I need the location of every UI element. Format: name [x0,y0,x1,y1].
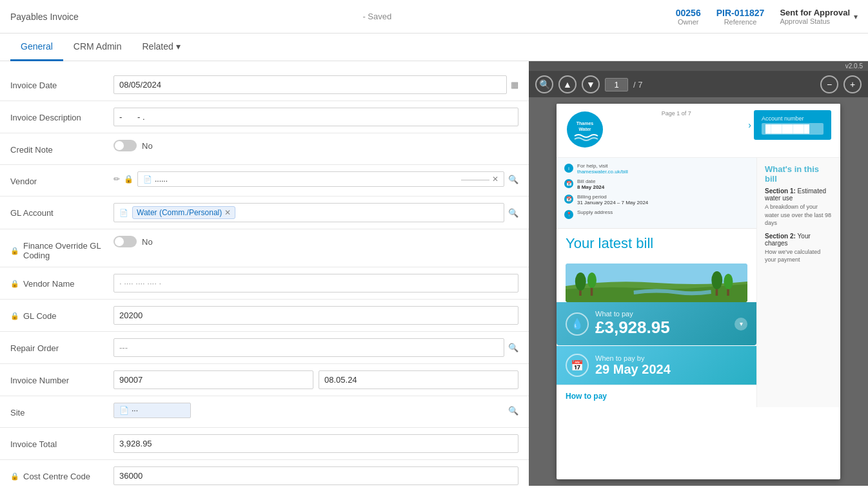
owner-item: 00256 Owner [676,8,701,26]
invoice-date-value[interactable]: 08/05/2024 [113,75,507,94]
gl-account-doc-icon: 📄 [119,209,128,217]
period-icon: 📆 [564,195,573,204]
finance-override-toggle-wrapper: No [113,236,153,247]
vendor-search-icon[interactable]: 🔍 [508,175,518,184]
calendar-icon[interactable]: ▦ [511,80,518,90]
owner-value[interactable]: 00256 [676,8,701,18]
svg-text:Thames: Thames [577,121,594,126]
bill-right-col: What's in this bill Section 1: Estimated… [757,158,840,276]
how-to-pay-label: How to pay [566,392,607,401]
tab-crm-admin[interactable]: CRM Admin [63,34,132,61]
gl-account-chip-remove[interactable]: ✕ [224,208,231,217]
site-wrapper: 📄 ··· 🔍 [113,403,518,418]
credit-note-toggle-label: No [142,141,153,151]
date-icon: 📅 [564,179,573,188]
repair-order-row: Repair Order --- 🔍 [0,334,529,361]
credit-note-row: Credit Note No [0,136,529,162]
pdf-toolbar-right: − + [820,75,862,93]
bill-body: i For help, visit thameswater.co.uk/bill… [557,158,840,407]
repair-order-wrapper: --- 🔍 [113,338,518,357]
bill-page-num: Page 1 of 7 [662,110,691,117]
whats-in-bill-title: What's in this bill [765,164,833,184]
tab-related[interactable]: Related ▾ [132,34,191,61]
vendor-clear-icon[interactable]: ✕ [492,175,498,184]
repair-order-search-icon[interactable]: 🔍 [508,343,518,352]
vendor-pencil-icon[interactable]: ✏ [113,175,120,184]
gl-code-value[interactable]: 20200 [113,306,518,325]
when-date: 29 May 2024 [595,362,671,377]
top-bar-right: 00256 Owner PIR-011827 Reference Sent fo… [676,8,858,26]
pdf-content: Thames Water Page 1 of 7 › [529,97,868,486]
account-nav-arrow[interactable]: › [748,120,751,130]
how-to-pay: How to pay [557,385,756,407]
bill-section2: Section 2: Your charges How we've calcul… [765,233,833,264]
vendor-name-row: 🔒 Vendor Name · ···· ···· ···· · [0,270,529,296]
bill-landscape-area [557,264,756,302]
finance-override-toggle[interactable] [113,236,137,247]
section2-title: Section 2: Your charges [765,233,833,247]
invoice-number-value1[interactable]: 90007 [113,370,313,389]
tab-related-label: Related [143,41,173,52]
invoice-description-label: Invoice Description [10,108,113,122]
bill-section1: Section 1: Estimated water use A breakdo… [765,187,833,227]
site-input[interactable]: 📄 ··· [113,403,191,418]
pdf-toolbar: 🔍 ▲ ▼ / 7 − + [529,72,868,97]
account-number-label: Account number [762,115,824,122]
owner-label: Owner [676,18,701,26]
invoice-number-wrapper: 90007 08.05.24 [113,370,518,389]
invoice-number-row: Invoice Number 90007 08.05.24 [0,367,529,393]
gl-account-chip: Water (Comm./Personal) ✕ [132,206,235,219]
approval-dropdown-icon[interactable]: ▾ [854,12,858,21]
repair-order-value[interactable]: --- [113,338,504,357]
pdf-next-button[interactable]: ▼ [582,75,600,93]
bill-right-panel: What's in this bill Section 1: Estimated… [756,158,840,407]
bill-page-info: Page 1 of 7 [662,110,691,119]
pdf-zoom-out-button[interactable]: − [820,75,838,93]
bill-when-section: 📅 When to pay by 29 May 2024 [557,346,756,385]
pay-text: What to pay £3,928.95 [595,310,670,338]
credit-note-toggle[interactable] [113,140,137,151]
nav-tabs: General CRM Admin Related ▾ [0,34,868,61]
gl-account-input[interactable]: 📄 Water (Comm./Personal) ✕ [113,203,504,222]
invoice-date-row: Invoice Date 08/05/2024 ▦ [0,72,529,98]
account-nav: › Account number ████████ [748,110,831,140]
pdf-page-input[interactable] [605,78,628,91]
vendor-input[interactable]: 📄 ...... ———— ✕ [137,171,504,187]
invoice-description-value[interactable]: - - . [113,108,518,126]
pdf-prev-button[interactable]: ▲ [558,75,577,93]
pdf-version: v2.0.5 [529,61,868,72]
approval-status-label: Approval Status [780,17,850,25]
supply-address-item: 📍 Supply address [564,209,749,219]
billing-period-value: 31 January 2024 – 7 May 2024 [577,200,648,206]
bill-landscape [566,264,747,302]
invoice-total-value[interactable]: 3,928.95 [113,434,518,453]
svg-point-7 [587,273,597,288]
cost-centre-lock: 🔒 [10,472,19,481]
gl-code-row: 🔒 GL Code 20200 [0,302,529,329]
invoice-number-label: Invoice Number [10,370,113,385]
bill-date-item: 📅 Bill date 8 May 2024 [564,178,749,190]
cost-centre-label: 🔒 Cost Centre Code [10,466,113,481]
pdf-page: Thames Water Page 1 of 7 › [557,104,840,479]
bill-header: Thames Water Page 1 of 7 › [557,104,840,158]
pdf-search-button[interactable]: 🔍 [535,75,553,93]
when-text: When to pay by 29 May 2024 [595,354,671,377]
gl-account-search-icon[interactable]: 🔍 [508,208,518,218]
invoice-date-wrapper: 08/05/2024 ▦ [113,75,518,94]
pdf-zoom-in-button[interactable]: + [843,75,862,93]
site-search-icon[interactable]: 🔍 [508,406,518,416]
cost-centre-value[interactable]: 36000 [113,466,518,485]
credit-note-toggle-wrapper: No [113,140,153,151]
svg-point-5 [575,273,586,291]
site-value: ··· [132,406,138,415]
bill-date-value: 8 May 2024 [577,184,604,190]
pay-chevron-down[interactable]: ▾ [735,318,747,331]
cost-centre-row: 🔒 Cost Centre Code 36000 [0,463,529,486]
section1-title: Section 1: Estimated water use [765,187,833,202]
tab-general[interactable]: General [10,34,63,61]
bill-period-item: 📆 Billing period 31 January 2024 – 7 May… [564,194,749,206]
vendor-name-label: 🔒 Vendor Name [10,274,113,289]
invoice-number-value2[interactable]: 08.05.24 [319,370,518,389]
invoice-description-row: Invoice Description - - . [0,104,529,130]
vendor-separator: ———— [461,175,489,183]
